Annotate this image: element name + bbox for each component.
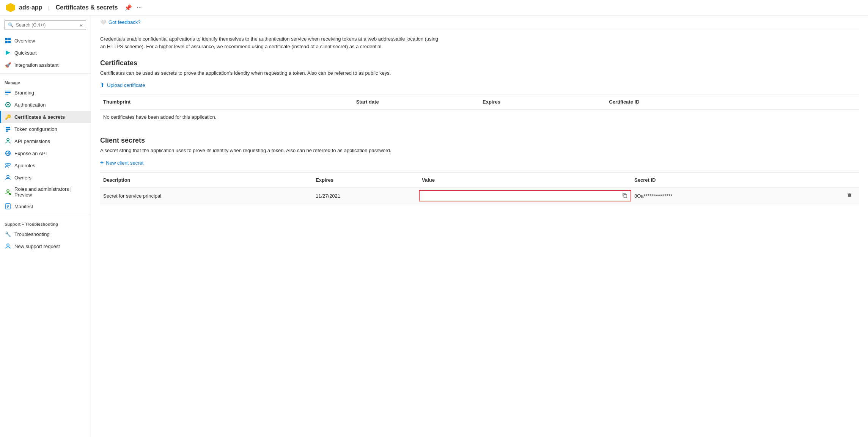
pin-button[interactable]: 📌 <box>124 4 132 11</box>
copy-value-button[interactable] <box>622 193 627 199</box>
sidebar-item-app-roles-label: App roles <box>14 163 35 168</box>
search-icon: 🔍 <box>8 22 14 28</box>
app-name: ads-app <box>19 4 42 11</box>
new-client-secret-label: New client secret <box>106 160 143 166</box>
manage-section-label: Manage <box>0 76 91 86</box>
sidebar-item-overview[interactable]: Overview <box>0 35 91 47</box>
more-button[interactable]: ··· <box>137 4 142 11</box>
delete-secret-button[interactable] <box>847 192 852 199</box>
sidebar-item-manifest[interactable]: Manifest <box>0 200 91 212</box>
search-box[interactable]: 🔍 « <box>5 20 86 30</box>
quickstart-icon <box>5 49 11 56</box>
sidebar-item-roles-admin-label: Roles and administrators | Preview <box>14 186 86 198</box>
api-perms-icon <box>5 138 11 145</box>
feedback-heart-icon: 🤍 <box>100 19 106 25</box>
sidebar-item-owners[interactable]: Owners <box>0 171 91 184</box>
secret-col-description: Description <box>100 176 313 184</box>
secret-row-delete <box>844 191 859 201</box>
integration-icon: 🚀 <box>5 61 11 68</box>
sidebar-item-quickstart[interactable]: Quickstart <box>0 47 91 59</box>
secret-col-id: Secret ID <box>631 176 844 184</box>
svg-rect-6 <box>5 92 11 93</box>
sidebar-item-expose-api[interactable]: Expose an API <box>0 147 91 159</box>
cert-col-expires: Expires <box>480 97 606 106</box>
sidebar-item-roles-admin[interactable]: Roles and administrators | Preview <box>0 184 91 200</box>
svg-point-19 <box>9 193 11 195</box>
sidebar-item-branding-label: Branding <box>14 90 34 96</box>
sidebar-item-expose-api-label: Expose an API <box>14 151 47 156</box>
sidebar-item-troubleshooting-label: Troubleshooting <box>14 231 50 237</box>
header-separator: | <box>48 5 49 11</box>
svg-point-18 <box>7 190 9 192</box>
sidebar-item-new-support[interactable]: New support request <box>0 240 91 252</box>
sidebar-item-token-label: Token configuration <box>14 126 57 132</box>
svg-rect-3 <box>8 41 11 43</box>
nav-divider-2 <box>0 215 91 215</box>
collapse-button[interactable]: « <box>80 22 83 28</box>
client-secrets-section: Client secrets A secret string that the … <box>100 137 859 204</box>
sidebar-item-certs[interactable]: 🔑 Certificates & secrets <box>0 111 91 123</box>
svg-rect-2 <box>5 41 8 43</box>
new-support-icon <box>5 243 11 250</box>
feedback-bar[interactable]: 🤍 Got feedback? <box>100 16 859 29</box>
sidebar-item-manifest-label: Manifest <box>14 204 33 209</box>
certs-icon: 🔑 <box>5 113 11 120</box>
secret-row-description: Secret for service principal <box>100 192 313 200</box>
cert-col-id: Certificate ID <box>606 97 859 106</box>
header-icons: 📌 ··· <box>124 4 142 11</box>
sidebar-item-api-perms[interactable]: API permissions <box>0 135 91 147</box>
svg-rect-11 <box>6 129 10 130</box>
secret-row-value <box>419 190 631 201</box>
main-layout: 🔍 « Overview Quickstart 🚀 Integration as… <box>0 16 868 437</box>
svg-marker-4 <box>6 50 10 55</box>
svg-rect-1 <box>8 38 11 40</box>
sidebar-item-branding[interactable]: Branding <box>0 86 91 99</box>
certificates-table-header: Thumbprint Start date Expires Certificat… <box>100 94 859 110</box>
secret-row-id: 8Oa*************** <box>631 192 844 200</box>
sidebar-item-overview-label: Overview <box>14 38 35 44</box>
cert-col-thumbprint: Thumbprint <box>100 97 353 106</box>
sidebar-item-integration-label: Integration assistant <box>14 62 58 68</box>
sidebar-item-token[interactable]: Token configuration <box>0 123 91 135</box>
client-secrets-title: Client secrets <box>100 137 859 145</box>
svg-rect-10 <box>6 127 10 128</box>
feedback-label: Got feedback? <box>108 19 141 25</box>
support-section-label: Support + Troubleshooting <box>0 217 91 228</box>
sidebar-item-integration[interactable]: 🚀 Integration assistant <box>0 59 91 71</box>
sidebar-item-troubleshooting[interactable]: 🔧 Troubleshooting <box>0 228 91 240</box>
main-content: 🤍 Got feedback? Credentials enable confi… <box>91 16 868 437</box>
sidebar-item-app-roles[interactable]: App roles <box>0 159 91 171</box>
svg-rect-12 <box>6 130 8 132</box>
token-icon <box>5 126 11 132</box>
new-client-secret-button[interactable]: + New client secret <box>100 159 143 166</box>
certificates-section: Certificates Certificates can be used as… <box>100 59 859 124</box>
upload-certificate-label: Upload certificate <box>107 82 145 88</box>
client-secrets-table-header: Description Expires Value Secret ID <box>100 173 859 188</box>
sidebar-item-authentication-label: Authentication <box>14 102 46 108</box>
app-roles-icon <box>5 162 11 169</box>
sidebar-item-owners-label: Owners <box>14 175 31 181</box>
svg-rect-0 <box>5 38 8 40</box>
svg-rect-25 <box>624 194 627 198</box>
svg-point-17 <box>7 175 9 178</box>
roles-admin-icon <box>5 189 11 195</box>
sidebar-item-authentication[interactable]: Authentication <box>0 99 91 111</box>
sidebar-item-quickstart-label: Quickstart <box>14 50 37 56</box>
client-secrets-table: Description Expires Value Secret ID Secr… <box>100 172 859 204</box>
certificates-empty-message: No certificates have been added for this… <box>100 110 859 124</box>
sidebar-item-certs-label: Certificates & secrets <box>14 114 65 120</box>
overview-icon <box>5 37 11 44</box>
authentication-icon <box>5 101 11 108</box>
secret-col-value: Value <box>419 176 631 184</box>
search-input[interactable] <box>16 22 77 28</box>
certificates-table: Thumbprint Start date Expires Certificat… <box>100 94 859 124</box>
page-description: Credentials enable confidential applicat… <box>100 35 442 50</box>
upload-certificate-button[interactable]: ⬆ Upload certificate <box>100 82 145 88</box>
troubleshooting-icon: 🔧 <box>5 231 11 237</box>
expose-api-icon <box>5 150 11 157</box>
sidebar-item-new-support-label: New support request <box>14 244 60 249</box>
svg-point-24 <box>7 244 9 246</box>
svg-point-15 <box>6 163 8 165</box>
certificates-description: Certificates can be used as secrets to p… <box>100 70 442 76</box>
svg-point-13 <box>7 138 9 141</box>
